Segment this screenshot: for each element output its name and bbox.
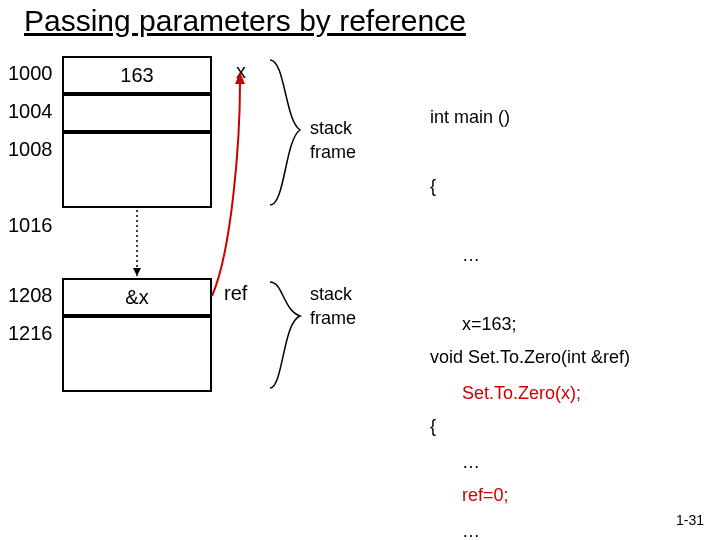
code-main-open: { xyxy=(430,175,581,198)
addr-1000: 1000 xyxy=(8,62,53,85)
addr-1216: 1216 xyxy=(8,322,53,345)
var-ref-label: ref xyxy=(224,282,247,305)
arrowhead-down-icon xyxy=(133,268,141,276)
code-main-sig: int main () xyxy=(430,106,581,129)
code-set-l1: ref=0; xyxy=(462,484,630,507)
label-stack-1: stack xyxy=(310,118,352,139)
label-frame-1: frame xyxy=(310,142,356,163)
label-frame-2: frame xyxy=(310,308,356,329)
addr-1004: 1004 xyxy=(8,100,53,123)
memcell-1000: 163 xyxy=(62,56,212,94)
memcell-1008 xyxy=(62,132,212,208)
code-set-sig: void Set.To.Zero(int &ref) xyxy=(430,346,630,369)
brace-icon xyxy=(270,60,300,205)
code-set-open: { xyxy=(430,415,630,438)
var-x-label: x xyxy=(236,60,246,83)
memcell-1004 xyxy=(62,94,212,132)
slide-title: Passing parameters by reference xyxy=(24,4,466,38)
code-main-l1: … xyxy=(462,244,581,267)
memcell-1216 xyxy=(62,316,212,392)
page-number: 1-31 xyxy=(676,512,704,528)
addr-1208: 1208 xyxy=(8,284,53,307)
brace-icon xyxy=(270,282,300,388)
addr-1008: 1008 xyxy=(8,138,53,161)
memcell-1208: &x xyxy=(62,278,212,316)
addr-1016: 1016 xyxy=(8,214,53,237)
code-settozero: void Set.To.Zero(int &ref) { ref=0; } xyxy=(430,300,630,540)
reference-arrow xyxy=(212,83,240,296)
label-stack-2: stack xyxy=(310,284,352,305)
